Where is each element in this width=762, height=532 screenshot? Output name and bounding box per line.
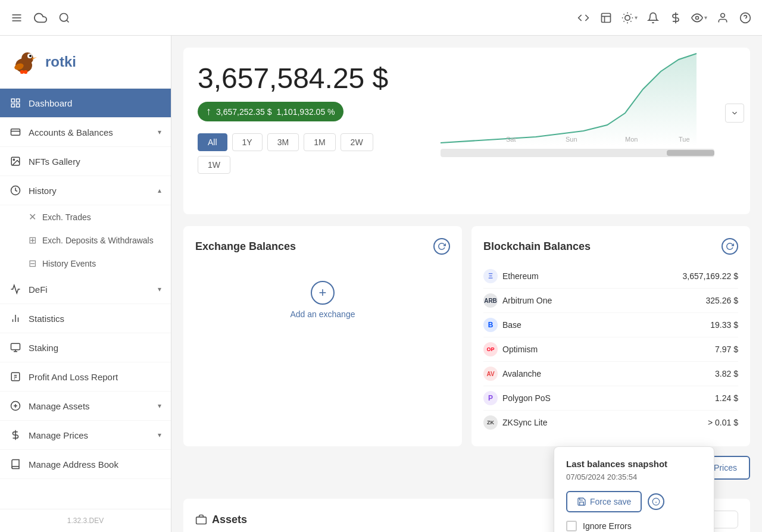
sidebar-item-manage-assets[interactable]: Manage Assets ▾ <box>0 392 171 421</box>
blockchain-balances-title: Blockchain Balances <box>483 238 738 255</box>
svg-point-37 <box>13 159 14 160</box>
exchange-balances-card: Exchange Balances + Add an exchange <box>183 226 462 446</box>
blockchain-row-polygon: P Polygon PoS 1.24 $ <box>483 386 738 411</box>
avalanche-icon: AV <box>483 367 498 381</box>
sidebar-item-pl-report[interactable]: Profit And Loss Report <box>0 362 171 392</box>
topbar: ▾ ▾ <box>0 0 762 36</box>
zksync-icon: ZK <box>483 415 498 430</box>
sidebar-item-dashboard[interactable]: Dashboard <box>0 89 171 118</box>
up-arrow-icon: ↑ <box>206 105 211 118</box>
brightness-toggle[interactable]: ▾ <box>622 12 638 24</box>
sidebar-subitem-label: Exch. Deposits & Withdrawals <box>42 236 154 245</box>
dollar-icon[interactable] <box>669 11 683 25</box>
code-icon[interactable] <box>576 11 591 25</box>
arbitrum-icon: ARB <box>483 293 498 308</box>
image-icon <box>10 155 21 167</box>
clock-icon <box>10 184 21 196</box>
chevron-down-icon: ▾ <box>158 402 161 410</box>
blockchain-row-zksync: ZK ZKSync Lite > 0.01 $ <box>483 411 738 434</box>
svg-text:Tue: Tue <box>679 136 690 143</box>
search-icon[interactable] <box>57 11 71 25</box>
sidebar-item-label: DeFi <box>29 284 48 295</box>
cloud-icon[interactable] <box>33 11 48 25</box>
sidebar-item-exch-trades[interactable]: ✕ Exch. Trades <box>29 205 171 229</box>
menu-icon[interactable] <box>10 11 24 25</box>
svg-point-4 <box>60 13 68 21</box>
version-label: 1.32.3.DEV <box>0 509 171 532</box>
svg-text:Sun: Sun <box>566 136 577 143</box>
svg-rect-32 <box>11 104 14 107</box>
balance-chart: Sat Sun Mon Tue <box>441 48 738 167</box>
snapshot-popup: Last balances snapshot 07/05/2024 20:35:… <box>554 446 714 532</box>
sidebar-item-address-book[interactable]: Manage Address Book <box>0 450 171 479</box>
trades-icon: ✕ <box>29 211 36 223</box>
sidebar-item-label: Statistics <box>29 314 64 324</box>
svg-rect-64 <box>196 517 207 524</box>
sidebar-subitem-label: Exch. Trades <box>42 212 91 222</box>
app-name: rotki <box>45 54 76 70</box>
sidebar-item-manage-prices[interactable]: Manage Prices ▾ <box>0 421 171 450</box>
book-icon <box>10 458 21 470</box>
sidebar-item-exch-deposits[interactable]: ⊞ Exch. Deposits & Withdrawals <box>29 229 171 252</box>
sidebar-item-staking[interactable]: Staking <box>0 333 171 362</box>
force-save-button[interactable]: Force save <box>566 491 642 512</box>
sidebar-item-history-events[interactable]: ⊟ History Events <box>29 252 171 275</box>
chart-expand-button[interactable] <box>725 104 744 123</box>
filter-all[interactable]: All <box>198 133 227 151</box>
filter-3m[interactable]: 3M <box>267 133 299 151</box>
sidebar: rotki Dashboard Accounts & Balances ▾ <box>0 36 171 532</box>
gain-amount: 3,657,252.35 $ <box>216 107 271 117</box>
snapshot-datetime: 07/05/2024 20:35:54 <box>566 472 702 481</box>
ignore-errors-row: Ignore Errors <box>566 521 702 531</box>
svg-text:Mon: Mon <box>625 136 638 143</box>
chart-area: Sat Sun Mon Tue <box>441 48 750 179</box>
svg-text:Sat: Sat <box>506 136 516 143</box>
layout-icon[interactable] <box>599 11 613 25</box>
assets-icon <box>195 514 207 525</box>
ignore-errors-label: Ignore Errors <box>583 521 632 531</box>
help-icon[interactable] <box>738 11 752 25</box>
add-exchange-button[interactable]: + <box>311 281 335 305</box>
sidebar-item-label: Manage Address Book <box>29 459 118 470</box>
exchange-refresh-button[interactable] <box>433 238 450 255</box>
blockchain-balances-card: Blockchain Balances Ξ Ethereum 3,657,169… <box>471 226 750 446</box>
filter-1w[interactable]: 1W <box>198 156 230 174</box>
filter-1m[interactable]: 1M <box>304 133 335 151</box>
sidebar-item-label: Profit And Loss Report <box>29 372 118 382</box>
info-icon[interactable] <box>648 493 664 510</box>
svg-point-20 <box>721 13 725 17</box>
staking-icon <box>10 342 21 353</box>
deposits-icon: ⊞ <box>29 234 36 246</box>
stats-icon <box>10 312 21 324</box>
bell-icon[interactable] <box>646 11 660 25</box>
snapshot-title: Last balances snapshot <box>566 459 702 469</box>
svg-point-9 <box>625 15 630 20</box>
sidebar-item-label: Dashboard <box>29 98 72 108</box>
svg-rect-6 <box>602 13 611 22</box>
filter-2w[interactable]: 2W <box>341 133 373 151</box>
sidebar-item-history[interactable]: History ▴ <box>0 176 171 205</box>
blockchain-row-arbitrum: ARB Arbitrum One 325.26 $ <box>483 289 738 313</box>
sidebar-item-statistics[interactable]: Statistics <box>0 304 171 333</box>
add-exchange-label[interactable]: Add an exchange <box>291 309 355 319</box>
sidebar-item-nfts[interactable]: NFTs Gallery <box>0 147 171 176</box>
filter-1y[interactable]: 1Y <box>232 133 263 151</box>
sidebar-item-label: Manage Assets <box>29 401 90 411</box>
sidebar-item-accounts[interactable]: Accounts & Balances ▾ <box>0 118 171 147</box>
svg-line-5 <box>67 20 69 22</box>
assets-icon <box>10 400 21 412</box>
sidebar-item-label: History <box>29 186 57 196</box>
topbar-right: ▾ ▾ <box>576 11 752 25</box>
main-content: 3,657,584.25 $ ↑ 3,657,252.35 $ 1,101,93… <box>171 36 762 532</box>
blockchain-refresh-button[interactable] <box>722 238 738 255</box>
logo-area: rotki <box>0 36 171 89</box>
svg-rect-59 <box>667 150 714 156</box>
svg-rect-29 <box>24 70 27 74</box>
eye-toggle[interactable]: ▾ <box>691 12 707 24</box>
user-icon[interactable] <box>716 11 730 25</box>
balance-badge: ↑ 3,657,252.35 $ 1,101,932.05 % <box>198 102 343 121</box>
topbar-left <box>10 11 71 25</box>
sidebar-item-defi[interactable]: DeFi ▾ <box>0 275 171 304</box>
brightness-chevron: ▾ <box>635 14 638 21</box>
ignore-errors-checkbox[interactable] <box>566 521 577 531</box>
